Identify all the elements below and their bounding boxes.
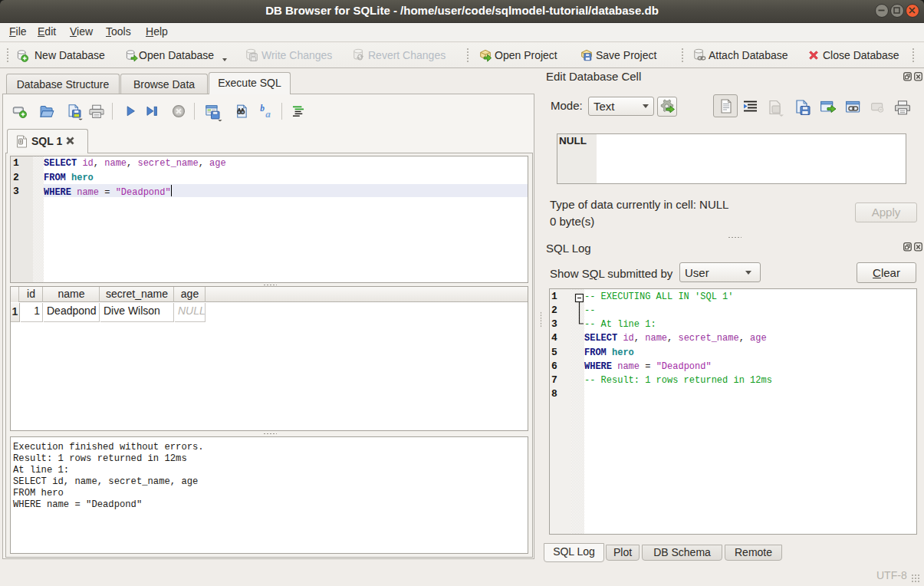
svg-text:b: b [260,104,265,113]
svg-text:a: a [265,108,271,120]
